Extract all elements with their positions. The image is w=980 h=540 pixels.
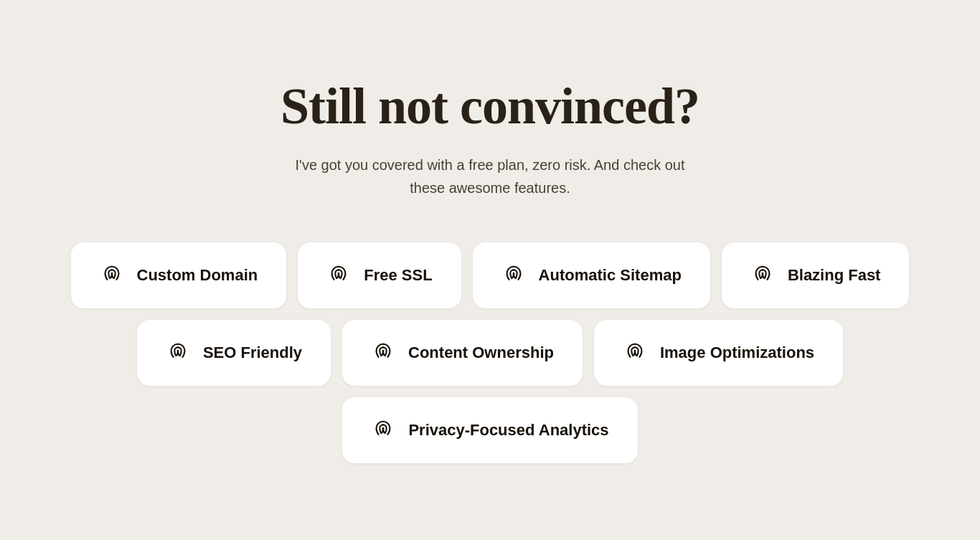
svg-point-6: [634, 350, 636, 352]
svg-point-5: [382, 350, 385, 352]
svg-point-7: [382, 427, 385, 430]
feature-label-free-ssl: Free SSL: [364, 266, 432, 285]
svg-point-2: [512, 273, 514, 275]
feature-card-automatic-sitemap: Automatic Sitemap: [473, 242, 710, 308]
features-row-2: SEO Friendly Content Ownership: [137, 320, 843, 386]
feature-label-privacy-analytics: Privacy-Focused Analytics: [408, 421, 608, 440]
features-grid: Custom Domain Free SSL: [95, 242, 885, 463]
features-row-3: Privacy-Focused Analytics: [342, 397, 637, 463]
svg-point-0: [110, 273, 113, 275]
features-row-1: Custom Domain Free SSL: [71, 242, 910, 308]
feature-label-blazing-fast: Blazing Fast: [788, 266, 881, 285]
feature-label-content-ownership: Content Ownership: [408, 344, 554, 362]
fingerprint-icon: [166, 340, 192, 366]
feature-card-seo-friendly: SEO Friendly: [137, 320, 331, 386]
feature-label-automatic-sitemap: Automatic Sitemap: [539, 266, 682, 285]
fingerprint-icon: [501, 262, 527, 288]
page-subtitle: I've got you covered with a free plan, z…: [296, 153, 685, 199]
fingerprint-icon: [371, 417, 397, 443]
page-title: Still not convinced?: [281, 77, 699, 136]
feature-card-privacy-analytics: Privacy-Focused Analytics: [342, 397, 637, 463]
svg-point-1: [338, 273, 340, 275]
feature-card-free-ssl: Free SSL: [298, 242, 461, 308]
fingerprint-icon: [750, 262, 776, 288]
page-container: Still not convinced? I've got you covere…: [0, 0, 980, 540]
feature-card-image-optimizations: Image Optimizations: [594, 320, 843, 386]
feature-label-image-optimizations: Image Optimizations: [660, 344, 814, 362]
feature-label-custom-domain: Custom Domain: [137, 266, 258, 285]
feature-label-seo-friendly: SEO Friendly: [203, 344, 302, 362]
fingerprint-icon: [371, 340, 397, 366]
fingerprint-icon: [100, 262, 126, 288]
feature-card-content-ownership: Content Ownership: [342, 320, 583, 386]
feature-card-custom-domain: Custom Domain: [71, 242, 287, 308]
svg-point-4: [176, 350, 179, 352]
feature-card-blazing-fast: Blazing Fast: [722, 242, 910, 308]
fingerprint-icon: [326, 262, 352, 288]
svg-point-3: [761, 273, 763, 275]
fingerprint-icon: [623, 340, 649, 366]
